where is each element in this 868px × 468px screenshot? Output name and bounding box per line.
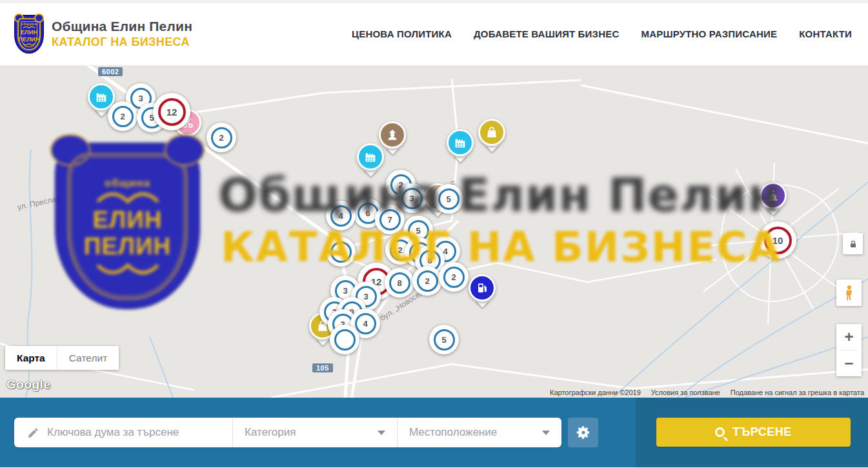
nav-item-add-business[interactable]: ДОБАВЕТЕ ВАШИЯТ БИЗНЕС — [474, 28, 619, 39]
search-button[interactable]: ТЪРСЕНЕ — [656, 418, 851, 447]
map-type-satellite-button[interactable]: Сателит — [57, 346, 119, 370]
factory-icon — [363, 150, 378, 164]
attribution-report-link[interactable]: Подаване на сигнал за грешка в картата — [731, 389, 864, 396]
cluster-marker[interactable]: 2 — [108, 101, 137, 131]
shopping-bag-pin[interactable] — [477, 119, 507, 150]
lock-icon — [848, 238, 858, 250]
map-attribution: Картографски данни ©2019 Условия за полз… — [550, 389, 864, 396]
factory-icon — [453, 136, 467, 150]
cluster-count: 5 — [441, 335, 446, 345]
chevron-down-icon — [378, 431, 385, 435]
zoom-control: + − — [836, 324, 862, 376]
keyword-section — [14, 418, 232, 447]
fuel-icon — [475, 281, 489, 295]
cluster-count: 8 — [397, 278, 401, 288]
search-button-label: ТЪРСЕНЕ — [732, 425, 792, 439]
watermark-crest-line2: ПЕЛИН — [84, 233, 172, 259]
factory-icon — [94, 90, 108, 104]
site-subtitle: КАТАЛОГ НА БИЗНЕСА — [52, 36, 192, 49]
google-logo[interactable]: Google — [6, 378, 50, 392]
lock-button[interactable] — [843, 233, 863, 254]
cluster-marker[interactable]: 8 — [385, 268, 414, 298]
pegman-button[interactable] — [836, 280, 862, 306]
cluster-count: 4 — [363, 319, 367, 329]
shopping-bag-icon — [485, 125, 499, 139]
watermark-crest: община ЕЛИН ПЕЛИН — [55, 143, 200, 309]
location-dropdown[interactable]: Местоположение — [397, 418, 561, 447]
category-dropdown[interactable]: Категория — [232, 418, 397, 447]
nav-item-pricing[interactable]: ЦЕНОВА ПОЛИТИКА — [352, 28, 452, 39]
search-icon — [715, 427, 725, 437]
watermark-crest-org: община — [105, 177, 150, 190]
search-controls: Категория Местоположение — [14, 418, 561, 447]
watermark-title: Община Елин Пелин — [218, 168, 780, 222]
cluster-count: 2 — [219, 133, 223, 143]
map-type-map-button[interactable]: Карта — [5, 346, 57, 370]
cluster-marker[interactable] — [330, 325, 359, 354]
cluster-count: 3 — [138, 94, 143, 103]
site-title: Община Елин Пелин — [52, 19, 192, 34]
google-map[interactable]: ул. Преславбул. „Новоселци“ций“ 6002105 … — [0, 66, 868, 398]
cluster-count: 2 — [425, 276, 429, 286]
cluster-count: 3 — [363, 292, 368, 301]
nav-item-contacts[interactable]: КОНТАКТИ — [799, 28, 852, 39]
pencil-icon — [27, 427, 39, 439]
chevron-down-icon — [542, 431, 550, 435]
zoom-in-button[interactable]: + — [836, 324, 862, 350]
cluster-count: 12 — [167, 107, 177, 117]
advanced-settings-button[interactable] — [568, 418, 598, 447]
cluster-marker[interactable]: 5 — [429, 325, 459, 354]
nav-item-schedule[interactable]: МАРШРУТНО РАЗПИСАНИЕ — [641, 28, 777, 39]
crest-name-line2: ПЕЛИН — [18, 36, 40, 43]
attribution-terms-link[interactable]: Условия за ползване — [651, 389, 720, 396]
location-dropdown-value: Местоположение — [409, 426, 497, 439]
attribution-copyright: Картографски данни ©2019 — [550, 389, 641, 396]
site-logo[interactable]: община ЕЛИН ПЕЛИН Община Елин Пелин КАТА… — [14, 15, 192, 54]
keyword-search-input[interactable] — [47, 426, 232, 439]
factory-pin[interactable] — [445, 129, 475, 160]
watermark-crest-line1: ЕЛИН — [93, 207, 163, 233]
cluster-marker[interactable]: 2 — [207, 123, 236, 152]
map-type-control: Карта Сателит — [5, 346, 119, 370]
worker-icon — [385, 128, 399, 142]
pegman-icon — [842, 284, 856, 302]
main-nav: ЦЕНОВА ПОЛИТИКА ДОБАВЕТЕ ВАШИЯТ БИЗНЕС М… — [352, 3, 852, 65]
gear-icon — [576, 425, 591, 440]
category-dropdown-value: Категория — [245, 426, 296, 439]
search-bar: Категория Местоположение ТЪРСЕНЕ — [0, 398, 868, 467]
zoom-out-button[interactable]: − — [836, 351, 862, 376]
cluster-count: 2 — [451, 272, 456, 282]
municipality-crest-icon: община ЕЛИН ПЕЛИН — [14, 15, 44, 54]
cluster-marker[interactable]: 12 — [153, 93, 190, 130]
site-header: община ЕЛИН ПЕЛИН Община Елин Пелин КАТА… — [0, 3, 868, 66]
fuel-pin[interactable] — [467, 274, 497, 305]
watermark-subtitle: КАТАЛОГ НА БИЗНЕСА — [221, 223, 782, 271]
cluster-count: 3 — [343, 286, 347, 296]
cluster-count: 2 — [120, 112, 125, 121]
